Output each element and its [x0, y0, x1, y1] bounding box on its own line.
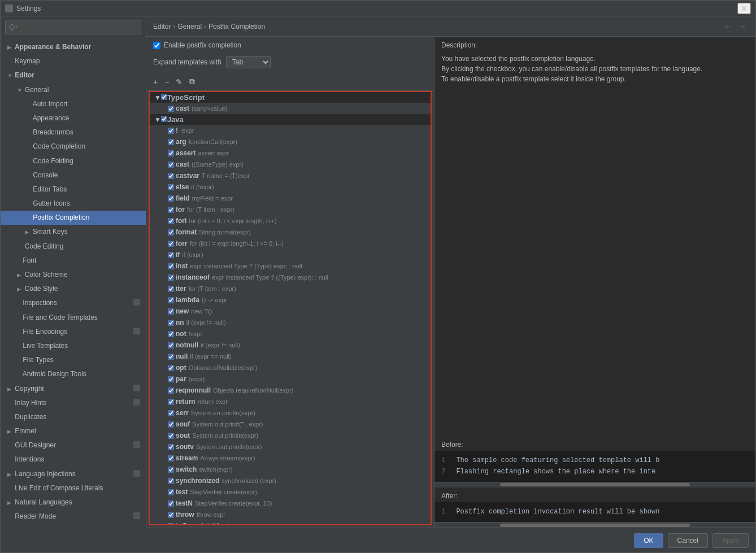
back-button[interactable]: ← [722, 21, 734, 32]
sidebar-item-breadcrumbs[interactable]: Breadcrumbs [1, 125, 146, 140]
sidebar-item-editor-tabs[interactable]: Editor Tabs [1, 182, 146, 197]
java-item-for[interactable]: for for (T item : expr) [150, 204, 431, 215]
sidebar-item-inspections[interactable]: Inspections [1, 296, 146, 310]
java-item-arg[interactable]: arg functionCall(expr) [150, 136, 431, 147]
sidebar-item-console[interactable]: Console [1, 168, 146, 182]
sidebar-item-smart-keys[interactable]: ▶ Smart Keys [1, 225, 146, 239]
java-item-synchronized[interactable]: synchronized synchronized (expr) [150, 475, 431, 486]
java-item-switch[interactable]: switch switch(expr) [150, 464, 431, 475]
after-code: 1 Postfix completion invocation result w… [435, 502, 755, 522]
sidebar-item-font[interactable]: Font [1, 254, 146, 268]
line-num-after-1: 1 [441, 508, 445, 516]
java-item-inst[interactable]: inst expr instanceof Type ? (Type) expr;… [150, 260, 431, 272]
copy-button[interactable]: ⧉ [187, 76, 197, 88]
java-item-notnull[interactable]: notnull if (expr != null) [150, 339, 431, 351]
sidebar-item-gui-designer[interactable]: GUI Designer [1, 438, 146, 452]
edit-button[interactable]: ✎ [173, 76, 185, 88]
java-item-reqnonnull[interactable]: reqnonnull Objects.requireNonNull(expr) [150, 385, 431, 396]
sidebar-item-appearance-behavior[interactable]: ▶ Appearance & Behavior [1, 40, 146, 54]
java-item-instanceof[interactable]: instanceof expr instanceof Type ? ((Type… [150, 272, 431, 283]
java-check[interactable] [161, 116, 167, 124]
ts-check[interactable] [161, 94, 167, 102]
expand-templates-select[interactable]: Tab Enter Space [226, 56, 271, 68]
java-item-test[interactable]: test StepVerifier.create(expr) [150, 486, 431, 498]
cancel-button[interactable]: Cancel [668, 533, 708, 548]
ts-cast-check[interactable] [168, 106, 176, 112]
enable-postfix-checkbox[interactable] [153, 42, 160, 49]
sidebar-item-gutter-icons[interactable]: Gutter Icons [1, 197, 146, 211]
java-item-par[interactable]: par (expr) [150, 373, 431, 385]
ts-checkbox[interactable] [161, 94, 167, 100]
sidebar-item-android-design-tools[interactable]: Android Design Tools [1, 367, 146, 381]
java-item-if[interactable]: if if (expr) [150, 249, 431, 260]
sidebar-item-copyright[interactable]: ▶ Copyright [1, 382, 146, 396]
java-item-cast[interactable]: cast ((SomeType) expr) [150, 159, 431, 170]
sidebar-item-duplicates[interactable]: Duplicates [1, 410, 146, 424]
java-item-opt[interactable]: opt Optional.ofNullable(expr) [150, 362, 431, 373]
java-item-not[interactable]: ! !expr [150, 125, 431, 136]
java-item-nn[interactable]: nn if (expr != null) [150, 317, 431, 328]
java-item-souf[interactable]: souf System.out.printf("", expr) [150, 419, 431, 430]
java-item-format[interactable]: format String.format(expr) [150, 227, 431, 238]
sidebar-item-reader-mode[interactable]: Reader Mode [1, 510, 146, 524]
bottom-bar: OK Cancel Apply [146, 528, 755, 552]
sidebar-item-keymap[interactable]: Keymap [1, 54, 146, 68]
before-scrollbar[interactable] [435, 482, 755, 487]
after-scrollbar[interactable] [435, 522, 755, 528]
java-checkbox[interactable] [161, 116, 167, 122]
java-item-serr[interactable]: serr System.err.println(expr) [150, 407, 431, 419]
ok-button[interactable]: OK [634, 533, 663, 548]
search-input[interactable] [9, 23, 137, 31]
sidebar-item-inlay-hints[interactable]: Inlay Hints [1, 396, 146, 410]
sidebar-item-postfix-completion[interactable]: Postfix Completion [1, 211, 146, 225]
java-item-not-keyword[interactable]: not !expr [150, 328, 431, 339]
forward-button[interactable]: → [736, 21, 749, 32]
java-item-soutv[interactable]: soutv System.out.println(expr) [150, 441, 431, 452]
sidebar-item-appearance[interactable]: Appearance [1, 111, 146, 125]
sidebar-item-general[interactable]: ▼ General [1, 83, 146, 97]
sidebar-item-code-completion[interactable]: Code Completion [1, 140, 146, 154]
apply-button[interactable]: Apply [712, 533, 749, 548]
sidebar-item-code-folding[interactable]: Code Folding [1, 154, 146, 168]
java-item-sout[interactable]: sout System.out.println(expr) [150, 430, 431, 441]
sidebar-item-file-code-templates[interactable]: File and Code Templates [1, 311, 146, 325]
ts-cast-checkbox[interactable] [168, 106, 174, 112]
sidebar-item-editor[interactable]: ▼ Editor [1, 68, 146, 82]
ts-cast-row[interactable]: cast (sany>value) [150, 103, 431, 114]
sidebar-item-emmet[interactable]: ▶ Emmet [1, 424, 146, 438]
java-item-throw[interactable]: throw throw expr [150, 509, 431, 520]
remove-button[interactable]: − [162, 76, 171, 88]
java-group-row[interactable]: ▼ Java [150, 114, 431, 125]
badge-icon [133, 385, 140, 391]
java-item-new[interactable]: new new T() [150, 306, 431, 317]
java-item-iter[interactable]: iter for (T item : expr) [150, 283, 431, 294]
sidebar-item-file-encodings[interactable]: File Encodings [1, 325, 146, 339]
sidebar-item-intentions[interactable]: Intentions [1, 452, 146, 467]
sidebar-item-language-injections[interactable]: ▶ Language Injections [1, 467, 146, 481]
add-button[interactable]: + [151, 76, 160, 88]
sidebar-item-live-templates[interactable]: Live Templates [1, 339, 146, 353]
sidebar-item-code-style[interactable]: ▶ Code Style [1, 282, 146, 296]
java-item-stream[interactable]: stream Arrays.stream(expr) [150, 452, 431, 464]
java-item-fori[interactable]: fori for (int i = 0; i < expr.length; i+… [150, 215, 431, 227]
sidebar-item-live-edit-compose[interactable]: Live Edit of Compose Literals [1, 481, 146, 495]
java-item-tocompletable[interactable]: toCompletable Completable.from*(just() [150, 520, 431, 525]
java-item-else[interactable]: else if (!expr) [150, 181, 431, 193]
java-item-testn[interactable]: testN StepVerifier.create(expr, 10) [150, 498, 431, 509]
java-item-lambda[interactable]: lambda () -> expr [150, 294, 431, 306]
java-item-forr[interactable]: forr for (int i = expr.length-1; i >= 0;… [150, 238, 431, 249]
java-item-assert[interactable]: assert assert expr [150, 147, 431, 159]
java-item-field[interactable]: field myField = expr [150, 193, 431, 204]
sidebar-item-file-types[interactable]: File Types [1, 353, 146, 367]
java-item-castvar[interactable]: castvar T name = (T)expr [150, 170, 431, 181]
enable-postfix-label[interactable]: Enable postfix completion [164, 41, 241, 49]
java-item-return[interactable]: return return expr [150, 396, 431, 407]
sidebar-item-code-editing[interactable]: Code Editing [1, 240, 146, 254]
sidebar-item-color-scheme[interactable]: ▶ Color Scheme [1, 268, 146, 282]
java-item-null[interactable]: null if (expr == null) [150, 351, 431, 362]
sidebar-item-auto-import[interactable]: Auto Import [1, 97, 146, 111]
typescript-group-row[interactable]: ▼ TypeScript [150, 92, 431, 103]
search-box[interactable] [5, 20, 141, 34]
close-button[interactable]: ✕ [737, 3, 751, 14]
sidebar-item-natural-languages[interactable]: ▶ Natural Languages [1, 495, 146, 510]
